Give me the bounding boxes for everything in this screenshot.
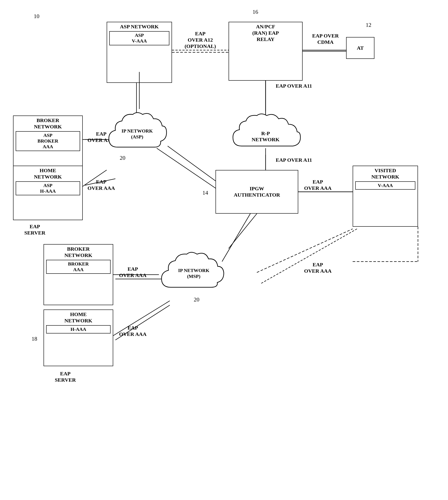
broker-network-bottom-label: BROKERNETWORK: [45, 246, 112, 259]
visited-network-label: VISITEDNETWORK: [354, 167, 416, 180]
anpcf-label: AN/PCF(RAN) EAPRELAY: [252, 24, 279, 42]
broker-aaa-label: BROKERAAA: [68, 261, 89, 272]
asp-broker-aaa-box: ASPBROKERAAA: [16, 131, 80, 151]
rp-network-cloud: R-P NETWORK: [229, 111, 303, 155]
broker-network-bottom-box: BROKERNETWORK BROKERAAA: [44, 244, 113, 305]
vaaa-label: V-AAA: [378, 183, 393, 188]
asp-network-label: ASP NETWORK: [108, 24, 170, 30]
ref-20-top: 20: [120, 155, 125, 161]
home-network-bottom-box: HOMENETWORK H-AAA: [44, 310, 113, 366]
eap-server-bottom-label: EAPSERVER: [44, 371, 87, 383]
svg-text:IP NETWORK: IP NETWORK: [121, 128, 153, 134]
at-label: AT: [357, 45, 364, 51]
haaa-label: H-AAA: [71, 327, 86, 332]
ref-18: 18: [32, 336, 37, 342]
asp-haaa-box: ASPH-AAA: [16, 181, 80, 195]
ref-20-bottom: 20: [194, 296, 199, 303]
eap-over-cdma-label: EAP OVERCDMA: [305, 33, 346, 45]
asp-vaaa-label: ASPV-AAA: [132, 33, 147, 44]
eap-over-aaa-ipgw-right-label: EAPOVER AAA: [300, 179, 335, 191]
asp-haaa-label: ASPH-AAA: [40, 183, 56, 194]
svg-text:NETWORK: NETWORK: [252, 137, 280, 142]
svg-text:IP NETWORK: IP NETWORK: [178, 268, 209, 273]
eap-over-aaa-visited-label: EAPOVER AAA: [300, 261, 335, 274]
eap-over-aaa-home-top-label: EAPOVER AAA: [84, 179, 119, 191]
home-network-top-box: HOMENETWORK ASPH-AAA: [13, 166, 83, 220]
svg-text:R-P: R-P: [261, 131, 270, 136]
vaaa-box: V-AAA: [355, 181, 415, 190]
svg-text:(MSP): (MSP): [187, 274, 200, 279]
ref-10: 10: [34, 13, 39, 20]
eap-over-aaa-home-bottom-label: EAPOVER AAA: [115, 325, 150, 337]
asp-broker-aaa-label: ASPBROKERAAA: [37, 133, 58, 150]
at-box: AT: [346, 37, 374, 59]
visited-network-box: VISITEDNETWORK V-AAA: [353, 166, 418, 227]
home-network-top-label: HOMENETWORK: [15, 167, 81, 180]
ref-14: 14: [202, 190, 208, 196]
svg-line-25: [168, 146, 216, 181]
ref-16: 16: [253, 9, 258, 15]
broker-aaa-box: BROKERAAA: [46, 260, 111, 274]
network-diagram: 10 16 12 ASP NETWORK ASPV-AAA EAPOVER A1…: [0, 0, 448, 500]
eap-over-a11-bottom-label: EAP OVER A11: [274, 157, 313, 163]
svg-line-29: [229, 214, 257, 248]
asp-vaaa-box: ASPV-AAA: [109, 31, 169, 45]
anpcf-box: AN/PCF(RAN) EAPRELAY: [229, 22, 303, 81]
ref-12: 12: [366, 22, 371, 28]
haaa-box: H-AAA: [46, 325, 111, 333]
eap-over-a12-label: EAPOVER A12(OPTIONAL): [176, 31, 224, 49]
asp-network-box: ASP NETWORK ASPV-AAA: [107, 22, 172, 83]
svg-line-12: [261, 229, 357, 283]
svg-text:(ASP): (ASP): [131, 134, 143, 139]
ipgw-authenticator-label: IPGWAUTHENTICATOR: [234, 186, 280, 198]
home-network-bottom-label: HOMENETWORK: [45, 311, 112, 324]
ipgw-authenticator-box: IPGWAUTHENTICATOR: [216, 170, 298, 214]
ip-network-asp-cloud: IP NETWORK (ASP): [107, 109, 168, 157]
ip-network-msp-cloud: IP NETWORK (MSP): [159, 248, 229, 296]
eap-over-aaa-broker-bottom-label: EAPOVER AAA: [115, 266, 150, 278]
eap-server-top-label: EAPSERVER: [13, 224, 57, 236]
broker-network-top-label: BROKERNETWORK: [15, 117, 81, 130]
eap-over-a11-top-label: EAP OVER A11: [274, 83, 313, 89]
